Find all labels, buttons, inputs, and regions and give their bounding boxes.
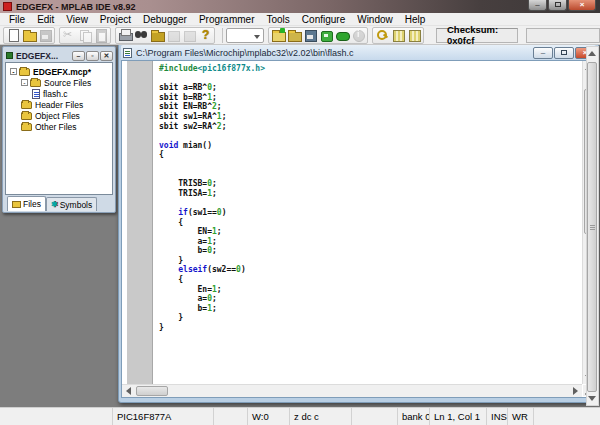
minimize-button[interactable]: – — [528, 0, 547, 11]
expand-collapse-icon[interactable]: - — [10, 68, 17, 75]
tool-grayed-2-icon — [182, 28, 196, 42]
workspace-scroll-up-icon[interactable] — [588, 51, 596, 56]
menu-project[interactable]: Project — [94, 13, 137, 26]
project-close-button[interactable]: ✕ — [100, 51, 113, 61]
find-icon[interactable] — [134, 28, 148, 42]
maximize-button[interactable] — [548, 0, 567, 11]
workspace-vertical-scrollbar[interactable] — [586, 46, 599, 406]
code-line: { — [159, 275, 581, 285]
scroll-right-arrow-icon[interactable] — [573, 387, 578, 395]
status-ins: INS — [487, 408, 508, 425]
open-project-icon[interactable] — [287, 28, 301, 42]
tree-item-object-files[interactable]: Object Files — [8, 110, 112, 121]
code-area[interactable]: #include<pic16f877x.h> sbit a=RB^0;sbit … — [159, 64, 581, 333]
copy-icon — [78, 28, 92, 42]
toolbar-blank-panel — [526, 28, 600, 43]
project-window-titlebar[interactable]: EDGEFX... – ▫ ✕ — [5, 49, 113, 62]
scroll-left-arrow-icon[interactable] — [126, 387, 131, 395]
toolbar-group — [115, 27, 215, 44]
menu-file[interactable]: File — [3, 13, 31, 26]
code-line — [159, 74, 581, 84]
cut-icon — [62, 28, 76, 42]
menu-view[interactable]: View — [60, 13, 94, 26]
tree-item-flash-c[interactable]: flash.c — [8, 88, 112, 99]
debug-tool-icon[interactable] — [150, 28, 164, 42]
menu-window[interactable]: Window — [351, 13, 399, 26]
close-button[interactable]: × — [568, 0, 596, 11]
window-title: EDGEFX - MPLAB IDE v8.92 — [16, 2, 136, 12]
checksum-label: Checksum: 0x0fcf — [447, 24, 507, 46]
tree-item-label: Object Files — [35, 111, 80, 121]
checker-2-icon[interactable] — [407, 28, 421, 42]
status-blank — [0, 408, 113, 425]
print-icon[interactable] — [118, 28, 132, 42]
code-line: sbit a=RB^0; — [159, 83, 581, 93]
status-blank — [352, 408, 398, 425]
menu-tools[interactable]: Tools — [260, 13, 295, 26]
folder-icon — [21, 112, 32, 120]
editor-horizontal-scrollbar[interactable] — [122, 384, 582, 397]
menu-help[interactable]: Help — [399, 13, 432, 26]
toolbar-group — [59, 27, 111, 44]
menu-debugger[interactable]: Debugger — [137, 13, 193, 26]
code-line: EN=1; — [159, 227, 581, 237]
code-line: TRISB=0; — [159, 179, 581, 189]
save-file-icon — [38, 28, 52, 42]
build-all-icon[interactable] — [319, 28, 333, 42]
folder-icon — [30, 79, 41, 87]
tree-item-label: Header Files — [35, 100, 83, 110]
workspace-scroll-thumb[interactable] — [587, 62, 597, 392]
horizontal-scroll-thumb[interactable] — [136, 386, 168, 396]
title-bar: EDGEFX - MPLAB IDE v8.92 – × — [0, 0, 600, 13]
project-maximize-button[interactable]: ▫ — [86, 51, 99, 61]
tree-item-label: Other Files — [35, 122, 77, 132]
editor-title: C:\Program Files\Microchip\mplabc32\v2.0… — [136, 48, 354, 58]
program-target-icon[interactable] — [335, 28, 349, 42]
status-bank-0: bank 0 — [398, 408, 430, 425]
editor-gutter[interactable] — [127, 61, 153, 384]
editor-minimize-button[interactable]: – — [533, 47, 553, 59]
source-file-icon — [123, 48, 132, 58]
tab-files[interactable]: Files — [7, 196, 46, 211]
code-line: } — [159, 313, 581, 323]
new-project-icon[interactable] — [271, 28, 285, 42]
open-file-icon[interactable] — [22, 28, 36, 42]
mplab-logo-icon — [3, 2, 12, 11]
tree-item-source-files[interactable]: -Source Files — [8, 77, 112, 88]
folder-icon — [21, 101, 32, 109]
code-line: #include<pic16f877x.h> — [159, 64, 581, 74]
toolbar-separator — [222, 28, 223, 43]
code-line — [159, 160, 581, 170]
menu-configure[interactable]: Configure — [296, 13, 351, 26]
project-minimize-button[interactable]: – — [72, 51, 85, 61]
workspace-scroll-down-icon[interactable] — [588, 396, 596, 401]
expand-collapse-icon[interactable]: - — [21, 79, 28, 86]
build-config-combo[interactable] — [226, 28, 264, 43]
checker-1-icon[interactable] — [391, 28, 405, 42]
editor-window: C:\Program Files\Microchip\mplabc32\v2.0… — [118, 45, 599, 403]
toolbar-group — [3, 27, 55, 44]
tab-symbols[interactable]: ✱Symbols — [46, 197, 97, 211]
menu-edit[interactable]: Edit — [31, 13, 60, 26]
status-ln-1-col-1: Ln 1, Col 1 — [430, 408, 487, 425]
project-tree: -EDGEFX.mcp*-Source Filesflash.cHeader F… — [5, 62, 113, 195]
tree-item-header-files[interactable]: Header Files — [8, 99, 112, 110]
help-icon[interactable] — [198, 28, 212, 42]
editor-content: #include<pic16f877x.h> sbit a=RB^0;sbit … — [121, 60, 596, 398]
save-workspace-icon[interactable] — [303, 28, 317, 42]
new-file-icon[interactable] — [6, 28, 20, 42]
debug-key-icon[interactable] — [375, 28, 389, 42]
code-line: En=1; — [159, 285, 581, 295]
project-tabs: Files✱Symbols — [5, 196, 113, 211]
tree-item-edgefx-mcp-[interactable]: -EDGEFX.mcp* — [8, 66, 112, 77]
code-line — [159, 170, 581, 180]
files-tab-icon — [12, 201, 21, 208]
code-line — [159, 131, 581, 141]
code-line: sbit sw2=RA^2; — [159, 122, 581, 132]
tab-label: Symbols — [60, 200, 93, 210]
editor-maximize-button[interactable] — [554, 47, 574, 59]
editor-titlebar[interactable]: C:\Program Files\Microchip\mplabc32\v2.0… — [121, 45, 596, 60]
menu-programmer[interactable]: Programmer — [193, 13, 261, 26]
folder-icon — [19, 68, 30, 76]
tree-item-other-files[interactable]: Other Files — [8, 121, 112, 132]
